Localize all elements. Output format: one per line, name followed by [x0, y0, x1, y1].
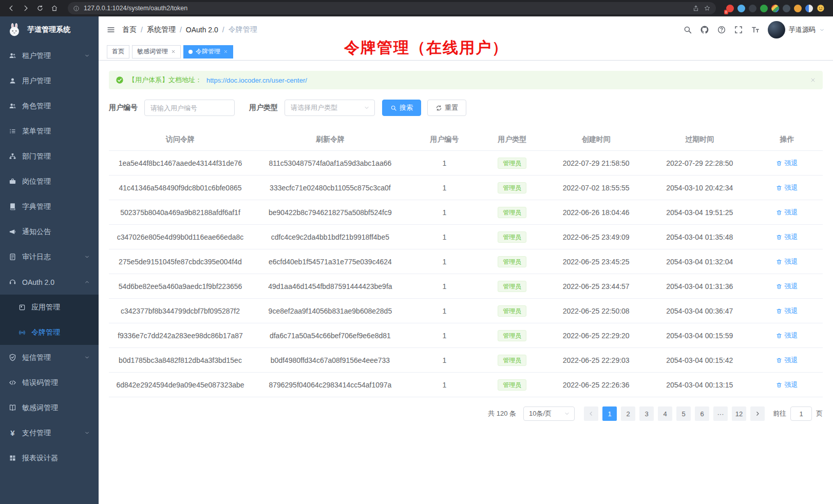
extension-icon[interactable]: 0 — [726, 5, 734, 12]
sidebar-item-notice[interactable]: 通知公告 — [0, 219, 99, 244]
user-menu[interactable]: 芋道源码 — [768, 21, 825, 38]
page-button[interactable]: 3 — [639, 406, 654, 421]
force-logout-label: 强退 — [784, 356, 798, 365]
sidebar-item-label: 短信管理 — [22, 353, 51, 362]
chevron-down-icon — [564, 411, 570, 417]
cell-create-time: 2022-06-25 23:45:25 — [544, 258, 648, 266]
prev-page-button[interactable] — [584, 406, 598, 421]
cell-actions: 强退 — [751, 282, 823, 291]
sidebar-item-report-designer[interactable]: 报表设计器 — [0, 445, 99, 471]
browser-home-button[interactable] — [48, 2, 61, 14]
sidebar-item-dept[interactable]: 部门管理 — [0, 144, 99, 169]
sidebar-item-label: 应用管理 — [31, 303, 60, 312]
browser-profile-avatar[interactable] — [817, 4, 825, 12]
sidebar-item-post[interactable]: 岗位管理 — [0, 169, 99, 194]
breadcrumb-home[interactable]: 首页 — [122, 25, 137, 34]
next-page-button[interactable] — [750, 406, 765, 421]
share-icon[interactable] — [692, 5, 699, 12]
cell-expire-time: 2054-03-04 01:35:48 — [648, 233, 751, 241]
tags-view-bar: 首页 敏感词管理 令牌管理 — [99, 43, 833, 61]
user-type-badge: 管理员 — [498, 207, 526, 218]
goto-label: 前往 — [773, 409, 786, 418]
tab-token[interactable]: 令牌管理 — [183, 45, 233, 59]
page-button[interactable]: 2 — [621, 406, 635, 421]
search-button[interactable]: 搜索 — [382, 100, 421, 116]
page-button[interactable]: 1 — [602, 406, 617, 421]
puzzle-extension-icon[interactable] — [783, 5, 790, 12]
extension-icon[interactable] — [794, 5, 802, 12]
sidebar-item-pay[interactable]: ¥ 支付管理 — [0, 420, 99, 445]
force-logout-button[interactable]: 强退 — [776, 380, 798, 390]
star-icon[interactable] — [704, 5, 711, 12]
force-logout-button[interactable]: 强退 — [776, 159, 798, 168]
sidebar-item-label: 审计日志 — [22, 253, 51, 262]
sidebar-item-audit-log[interactable]: 审计日志 — [0, 244, 99, 269]
force-logout-button[interactable]: 强退 — [776, 232, 798, 242]
app-logo[interactable]: 芋道管理系统 — [0, 16, 99, 43]
cell-access-token: b0d1785bc3a8482f812db4a3f3bd15ec — [109, 356, 252, 364]
help-icon[interactable] — [717, 25, 726, 34]
force-logout-button[interactable]: 强退 — [776, 208, 798, 217]
forward-arrow-icon — [22, 5, 29, 12]
sidebar-item-sms[interactable]: 短信管理 — [0, 345, 99, 370]
menu-list-icon — [9, 127, 16, 135]
sidebar-toggle-button[interactable] — [107, 26, 115, 34]
force-logout-button[interactable]: 强退 — [776, 331, 798, 340]
github-icon[interactable] — [700, 25, 709, 34]
cell-actions: 强退 — [751, 380, 823, 390]
reset-button[interactable]: 重置 — [427, 100, 466, 116]
sidebar-item-role[interactable]: 角色管理 — [0, 93, 99, 119]
doc-link[interactable]: https://doc.iocoder.cn/user-center/ — [206, 76, 307, 84]
extension-icon[interactable] — [737, 5, 745, 12]
tab-sensitive-word[interactable]: 敏感词管理 — [132, 45, 181, 59]
page-size-select[interactable]: 10条/页 — [523, 406, 575, 421]
page-button[interactable]: 12 — [732, 406, 746, 421]
sidebar-item-menu[interactable]: 菜单管理 — [0, 119, 99, 144]
page-button[interactable]: 6 — [695, 406, 709, 421]
force-logout-button[interactable]: 强退 — [776, 257, 798, 266]
extension-icon[interactable] — [760, 5, 768, 12]
extension-icon[interactable] — [749, 5, 756, 12]
force-logout-button[interactable]: 强退 — [776, 356, 798, 365]
extension-icon[interactable] — [771, 5, 779, 12]
app-title: 芋道管理系统 — [27, 25, 70, 34]
close-icon[interactable] — [223, 49, 228, 54]
cell-create-time: 2022-06-26 18:04:46 — [544, 208, 648, 217]
code-icon — [9, 379, 16, 386]
browser-reload-button[interactable] — [34, 2, 46, 14]
search-icon[interactable] — [683, 25, 692, 34]
tab-home[interactable]: 首页 — [107, 45, 129, 59]
force-logout-button[interactable]: 强退 — [776, 306, 798, 316]
breadcrumb-system[interactable]: 系统管理 — [147, 25, 176, 34]
fullscreen-icon[interactable] — [734, 25, 743, 34]
force-logout-label: 强退 — [784, 257, 798, 266]
sidebar-item-user[interactable]: 用户管理 — [0, 68, 99, 93]
user-id-input[interactable] — [144, 100, 235, 116]
force-logout-button[interactable]: 强退 — [776, 183, 798, 192]
user-type-select[interactable]: 请选择用户类型 — [285, 100, 375, 116]
sidebar-item-sensitive-word[interactable]: 敏感词管理 — [0, 395, 99, 420]
info-icon[interactable] — [73, 5, 80, 12]
breadcrumb-oauth[interactable]: OAuth 2.0 — [186, 26, 218, 34]
main-area: 令牌管理（在线用户） 首页 / 系统管理 / OAuth 2.0 / 令牌管理 — [99, 16, 833, 504]
sidebar-item-error-code[interactable]: 错误码管理 — [0, 370, 99, 395]
sidebar-item-tenant[interactable]: 租户管理 — [0, 43, 99, 68]
page-button[interactable]: 5 — [676, 406, 691, 421]
close-icon[interactable] — [171, 49, 176, 54]
font-size-icon[interactable] — [751, 25, 760, 34]
alert-close-icon[interactable] — [810, 77, 816, 83]
sidebar-item-dict[interactable]: 字典管理 — [0, 194, 99, 219]
browser-forward-button[interactable] — [20, 2, 32, 14]
browser-back-button[interactable] — [5, 2, 17, 14]
goto-page-input[interactable] — [790, 406, 812, 421]
sidebar-item-oauth[interactable]: OAuth 2.0 — [0, 269, 99, 295]
url-bar[interactable]: 127.0.0.1:1024/system/oauth2/token — [68, 2, 716, 14]
cell-user-type: 管理员 — [480, 355, 544, 366]
force-logout-button[interactable]: 强退 — [776, 282, 798, 291]
sidebar-item-oauth-app[interactable]: 应用管理 — [0, 295, 99, 320]
sidebar-item-oauth-token[interactable]: 令牌管理 — [0, 320, 99, 345]
more-pages-button[interactable]: ··· — [713, 406, 728, 421]
sidebar-item-label: 令牌管理 — [31, 328, 60, 337]
page-button[interactable]: 4 — [658, 406, 672, 421]
extension-icon[interactable] — [805, 5, 813, 12]
